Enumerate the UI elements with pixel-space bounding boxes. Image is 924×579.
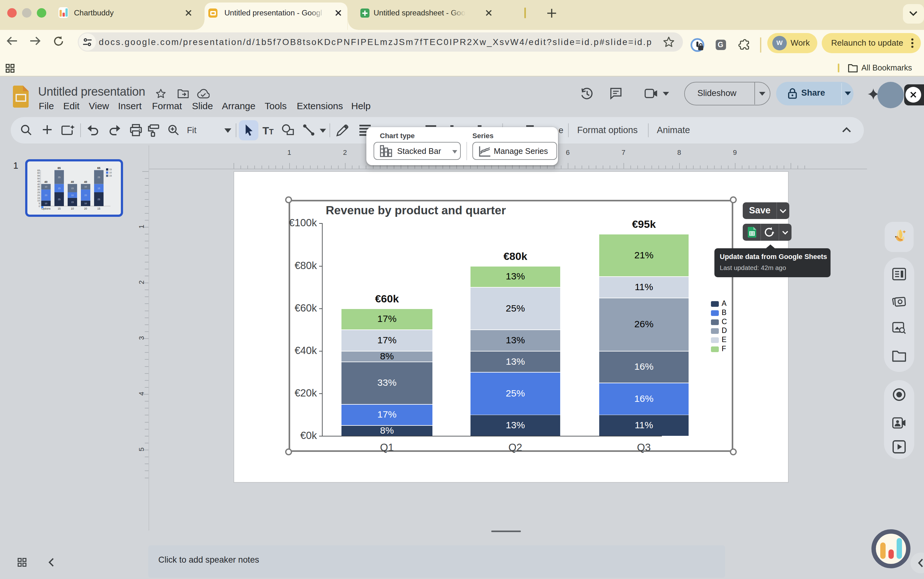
svg-text:20: 20 bbox=[84, 194, 87, 197]
svg-text:55: 55 bbox=[38, 174, 40, 177]
svg-text:15: 15 bbox=[97, 207, 100, 210]
svg-text:10: 10 bbox=[84, 202, 87, 205]
svg-text:5: 5 bbox=[39, 202, 40, 205]
svg-text:10: 10 bbox=[84, 185, 87, 188]
svg-text:50: 50 bbox=[38, 177, 40, 180]
svg-text:15: 15 bbox=[71, 201, 74, 204]
svg-text:15: 15 bbox=[57, 207, 61, 210]
svg-text:25: 25 bbox=[38, 191, 40, 194]
svg-text:15: 15 bbox=[109, 168, 112, 171]
svg-text:20: 20 bbox=[45, 194, 47, 197]
svg-text:25: 25 bbox=[58, 176, 61, 179]
svg-text:40: 40 bbox=[44, 180, 47, 183]
svg-text:30: 30 bbox=[38, 188, 40, 191]
svg-text:20: 20 bbox=[38, 194, 40, 197]
svg-text:65: 65 bbox=[97, 167, 100, 170]
svg-text:35: 35 bbox=[38, 185, 40, 188]
svg-text:25: 25 bbox=[58, 198, 61, 201]
svg-text:10: 10 bbox=[71, 194, 74, 197]
svg-text:10: 10 bbox=[45, 185, 47, 188]
svg-text:65: 65 bbox=[57, 167, 61, 170]
svg-text:20: 20 bbox=[84, 207, 87, 210]
svg-text:15: 15 bbox=[38, 197, 40, 200]
svg-text:40: 40 bbox=[84, 180, 87, 183]
svg-text:45: 45 bbox=[38, 180, 40, 183]
svg-text:15: 15 bbox=[71, 187, 74, 190]
svg-text:15: 15 bbox=[58, 187, 61, 190]
svg-text:10: 10 bbox=[45, 202, 47, 205]
svg-text:25: 25 bbox=[98, 176, 100, 179]
svg-text:25: 25 bbox=[98, 198, 100, 201]
svg-text:15: 15 bbox=[109, 174, 112, 177]
svg-text:10: 10 bbox=[38, 199, 40, 202]
svg-text:65: 65 bbox=[38, 169, 40, 172]
svg-text:40: 40 bbox=[71, 180, 74, 183]
svg-text:10: 10 bbox=[71, 207, 74, 210]
svg-text:10: 10 bbox=[109, 171, 112, 174]
svg-text:0: 0 bbox=[39, 205, 40, 208]
svg-text:40: 40 bbox=[38, 183, 40, 186]
svg-text:60: 60 bbox=[38, 172, 40, 174]
svg-text:15: 15 bbox=[98, 187, 100, 190]
